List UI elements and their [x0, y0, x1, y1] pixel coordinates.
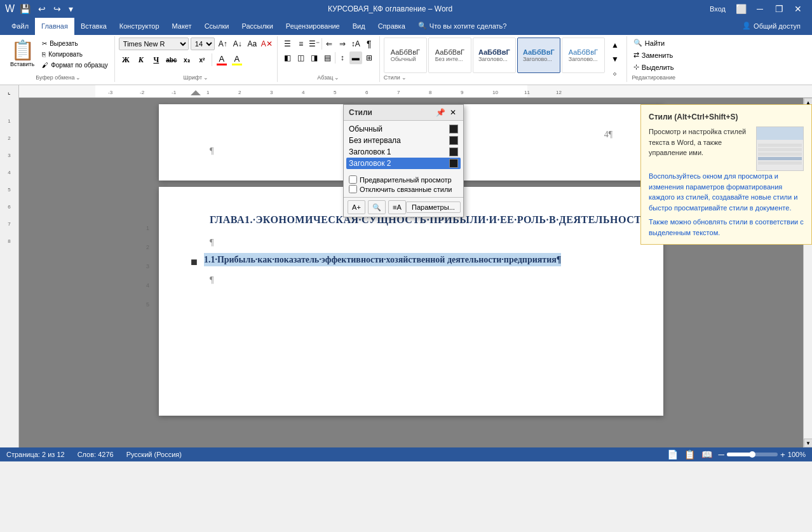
redo-btn[interactable]: ↪ [51, 3, 64, 15]
style-list-no-spacing[interactable]: Без интервала [346, 135, 461, 146]
inspect-style-btn[interactable]: 🔍 [368, 200, 386, 214]
styles-dialog-close[interactable]: ✕ [448, 107, 458, 118]
justify-btn[interactable]: ▤ [321, 51, 334, 64]
styles-inner: АаБбВвГ Обычный АаБбВвГ Без инте... АаБб… [384, 38, 605, 81]
align-left-btn[interactable]: ◧ [281, 51, 294, 64]
web-layout-btn[interactable]: 📖 [701, 449, 712, 460]
decrease-font-btn[interactable]: A↓ [231, 38, 244, 50]
paragraph-group: ☰ ≡ ☰⁻ ⇐ ⇒ ↕A ¶ ◧ ◫ ◨ ▤ ↕ ▬ ⊞ Абзац [278, 36, 380, 82]
bold-btn[interactable]: Ж [119, 53, 133, 67]
styles-scroll-down[interactable]: ▼ [609, 53, 621, 65]
quick-access: W 💾 ↩ ↪ ▾ [5, 3, 76, 15]
increase-font-btn[interactable]: A↑ [217, 38, 229, 50]
tab-file[interactable]: Файл [5, 18, 35, 35]
tab-home[interactable]: Главная [35, 18, 74, 35]
line-spacing-btn[interactable]: ↕ [336, 51, 349, 64]
print-layout-btn[interactable]: 📋 [684, 449, 695, 460]
border-btn[interactable]: ⊞ [363, 51, 376, 64]
format-brush-btn[interactable]: 🖌 Формат по образцу [39, 60, 111, 70]
multilevel-list-btn[interactable]: ☰⁻ [308, 38, 321, 50]
manage-styles-btn[interactable]: ≡A [388, 200, 406, 214]
increase-indent-btn[interactable]: ⇒ [336, 38, 349, 50]
tab-mailings[interactable]: Рассылки [235, 18, 279, 35]
read-mode-btn[interactable]: 📄 [667, 449, 678, 460]
italic-btn[interactable]: К [134, 53, 148, 67]
paste-btn[interactable]: 📋 Вставить [6, 38, 38, 69]
word-count[interactable]: Слов: 4276 [78, 451, 114, 458]
change-case-btn[interactable]: Aa [246, 38, 259, 50]
disable-linked-checkbox[interactable] [349, 185, 357, 193]
superscript-btn[interactable]: x² [195, 53, 209, 67]
language[interactable]: Русский (Россия) [126, 451, 182, 458]
page-info[interactable]: Страница: 2 из 12 [6, 451, 65, 458]
find-btn[interactable]: 🔍 Найти [631, 38, 667, 48]
style-no-spacing[interactable]: АаБбВвГ Без инте... [428, 38, 471, 73]
subscript-btn[interactable]: x₂ [180, 53, 194, 67]
maximize-btn[interactable]: ❐ [770, 0, 788, 18]
number-list-btn[interactable]: ≡ [295, 38, 308, 50]
select-btn[interactable]: ⊹ Выделить [631, 62, 677, 72]
clipboard-expand-icon[interactable]: ⌄ [76, 74, 81, 81]
font-color-btn[interactable]: A [215, 54, 229, 65]
tab-search[interactable]: 🔍 Что вы хотите сделать? [412, 18, 513, 35]
layout-btn[interactable]: ⬜ [732, 0, 750, 18]
show-marks-btn[interactable]: ¶ [363, 38, 376, 50]
tab-help[interactable]: Справка [372, 18, 412, 35]
zoom-in-btn[interactable]: + [780, 450, 785, 460]
copy-btn[interactable]: ⎘ Копировать [39, 50, 111, 59]
styles-label: Стили ⌄ [384, 74, 605, 81]
styles-more-btn[interactable]: ⬦ [609, 67, 621, 79]
tab-review[interactable]: Рецензирование [280, 18, 346, 35]
customize-quick-btn[interactable]: ▾ [66, 3, 76, 15]
copy-icon: ⎘ [42, 51, 46, 58]
style-list-h1[interactable]: Заголовок 1 [346, 146, 461, 158]
highlight-btn[interactable]: A [230, 54, 244, 65]
save-quick-btn[interactable]: 💾 [17, 3, 33, 15]
font-size-select[interactable]: 14 [191, 38, 215, 50]
style-heading2[interactable]: АаБбВвГ Заголово... [517, 38, 560, 73]
zoom-handle[interactable] [749, 451, 755, 458]
tab-design[interactable]: Конструктор [113, 18, 166, 35]
document-title: КУРСОВАЯ_КФ оглавление – Word [328, 4, 452, 13]
cut-btn[interactable]: ✂ Вырезать [39, 39, 111, 48]
styles-dialog-pin[interactable]: 📌 [435, 107, 445, 118]
undo-btn[interactable]: ↩ [36, 3, 48, 15]
zoom-out-btn[interactable]: ─ [719, 450, 724, 460]
style-list-h2[interactable]: Заголовок 2 [346, 158, 461, 169]
minimize-btn[interactable]: ─ [751, 0, 769, 18]
login-btn[interactable]: Вход [705, 0, 731, 18]
share-btn[interactable]: 👤 Общий доступ [736, 18, 807, 35]
sort-btn[interactable]: ↕A [349, 38, 362, 50]
tab-references[interactable]: Ссылки [198, 18, 236, 35]
close-btn[interactable]: ✕ [789, 0, 807, 18]
styles-expand-icon[interactable]: ⌄ [402, 74, 407, 81]
style-heading3[interactable]: АаБбВвГ Заголово... [562, 38, 605, 73]
clear-format-btn[interactable]: A✕ [261, 38, 273, 50]
underline-btn[interactable]: Ч [149, 53, 163, 67]
tab-view[interactable]: Вид [346, 18, 372, 35]
align-center-btn[interactable]: ◫ [295, 51, 308, 64]
para-expand-icon[interactable]: ⌄ [334, 74, 339, 81]
style-list-normal[interactable]: Обычный [346, 123, 461, 135]
scroll-down-btn[interactable]: ▼ [804, 439, 812, 447]
page-2-content[interactable]: ГЛАВА1.·ЭКОНОМИЧЕСКАЯ·СУЩНОСТЬ·ПРИБЫЛИ·И… [210, 212, 612, 285]
strikethrough-btn[interactable]: abc [165, 53, 179, 67]
shading-btn[interactable]: ▬ [349, 51, 362, 64]
styles-scroll-up[interactable]: ▲ [609, 39, 621, 51]
align-right-btn[interactable]: ◨ [308, 51, 321, 64]
replace-btn[interactable]: ⇄ Заменить [631, 50, 675, 60]
ruler-corner[interactable]: ⌞ [0, 85, 19, 98]
zoom-level[interactable]: 100% [788, 451, 806, 458]
params-btn[interactable]: Параметры... [406, 201, 461, 213]
style-heading1[interactable]: АаБбВвГ Заголово... [473, 38, 516, 73]
zoom-slider[interactable] [727, 453, 778, 456]
new-style-btn[interactable]: A+ [348, 200, 365, 214]
bullet-list-btn[interactable]: ☰ [281, 38, 294, 50]
tab-layout[interactable]: Макет [166, 18, 198, 35]
font-name-select[interactable]: Times New R [119, 38, 189, 50]
preview-checkbox[interactable] [349, 175, 357, 184]
tab-insert[interactable]: Вставка [74, 18, 113, 35]
style-normal[interactable]: АаБбВвГ Обычный [384, 38, 427, 73]
font-expand-icon[interactable]: ⌄ [203, 74, 208, 81]
decrease-indent-btn[interactable]: ⇐ [323, 38, 335, 50]
